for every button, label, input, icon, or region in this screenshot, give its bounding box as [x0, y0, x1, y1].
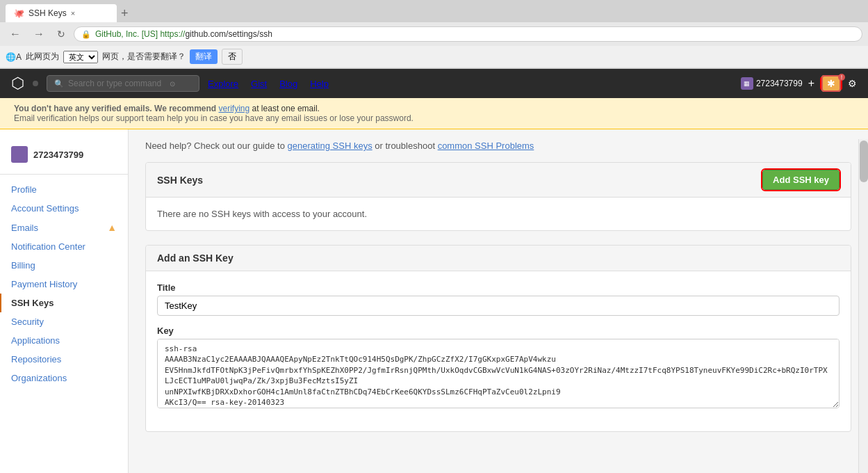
add-icon[interactable]: + [808, 77, 814, 90]
alert-line2: Email verification helps our support tea… [14, 113, 854, 123]
tab-title: SSH Keys [28, 8, 67, 18]
sidebar-item-billing[interactable]: Billing [0, 256, 128, 275]
github-header: ⬡ 🔍 ⊙ Explore Gist Blog Help ▦ 272347379… [0, 69, 868, 98]
title-label: Title [157, 282, 840, 293]
sidebar-user[interactable]: 2723473799 [0, 141, 128, 175]
back-btn[interactable]: ← [6, 26, 25, 42]
add-ssh-key-form: Add an SSH Key Title Key ssh-rsa AAAAB3N… [145, 245, 851, 432]
form-header: Add an SSH Key [146, 246, 851, 271]
github-logo-icon[interactable]: ⬡ [11, 74, 24, 93]
header-right: ▦ 2723473799 + ✱ ! ⚙ [741, 77, 857, 90]
header-dot [33, 81, 38, 86]
sidebar-label-account-settings: Account Settings [11, 203, 79, 214]
sidebar-item-security[interactable]: Security [0, 312, 128, 331]
scroll-thumb[interactable] [860, 141, 868, 182]
ssh-keys-section: SSH Keys Add SSH key There are no SSH ke… [145, 162, 851, 231]
settings-icon[interactable]: ⚙ [848, 78, 857, 89]
sidebar: 2723473799 Profile Account Settings Emai… [0, 129, 129, 473]
no-keys-message: There are no SSH keys with access to you… [157, 209, 367, 219]
sidebar-label-repositories: Repositories [11, 354, 61, 364]
sidebar-item-notification-center[interactable]: Notification Center [0, 237, 128, 256]
generating-keys-link[interactable]: generating SSH keys [288, 141, 372, 151]
forward-btn[interactable]: → [29, 26, 49, 42]
sidebar-label-profile: Profile [11, 184, 37, 195]
translate-btn[interactable]: 翻译 [190, 49, 218, 64]
search-icon: 🔍 [54, 79, 64, 88]
sidebar-label-billing: Billing [11, 260, 35, 271]
sidebar-label-emails: Emails [11, 223, 38, 233]
search-input[interactable] [68, 79, 165, 88]
form-body: Title Key ssh-rsa AAAAB3NzaC1yc2EAAAABJQ… [146, 271, 851, 431]
alert-verify-link[interactable]: verifying [219, 104, 250, 113]
sidebar-item-payment-history[interactable]: Payment History [0, 275, 128, 294]
translate-no-btn[interactable]: 否 [222, 49, 243, 65]
scrollbar[interactable] [858, 139, 868, 473]
emails-warn-icon: ▲ [107, 222, 117, 233]
ssh-keys-body: There are no SSH keys with access to you… [146, 198, 851, 230]
lock-icon: 🔒 [81, 30, 91, 39]
tab-close-btn[interactable]: × [71, 9, 75, 17]
nav-explore[interactable]: Explore [208, 79, 238, 89]
search-bar[interactable]: 🔍 ⊙ [47, 75, 199, 92]
nav-bar: ← → ↻ 🔒 GitHub, Inc. [US] https://github… [0, 22, 868, 46]
nav-help[interactable]: Help [310, 79, 329, 89]
browser-tab[interactable]: 🐙 SSH Keys × [6, 4, 117, 22]
key-group: Key ssh-rsa AAAAB3NzaC1yc2EAAAABJQAAAQEA… [157, 326, 840, 410]
address-https: https:// [160, 29, 185, 39]
new-tab-btn[interactable]: + [117, 6, 133, 21]
browser-chrome: 🐙 SSH Keys × + ← → ↻ 🔒 GitHub, Inc. [US]… [0, 0, 868, 69]
refresh-btn[interactable]: ↻ [53, 27, 69, 41]
tab-bar: 🐙 SSH Keys × + [0, 0, 868, 22]
translate-prefix: 此网页为 [26, 51, 59, 63]
sidebar-label-applications: Applications [11, 335, 60, 346]
sidebar-label-ssh-keys: SSH Keys [11, 298, 54, 308]
sidebar-label-security: Security [11, 316, 44, 327]
address-secure-label: GitHub, Inc. [US] [95, 29, 158, 39]
notification-badge: ! [838, 74, 845, 81]
alert-strong: You don't have any verified emails. We r… [14, 104, 219, 113]
main-layout: 2723473799 Profile Account Settings Emai… [0, 129, 868, 473]
common-problems-link[interactable]: common SSH Problems [438, 141, 534, 151]
title-input[interactable] [157, 296, 840, 316]
address-text: GitHub, Inc. [US] https://github.com/set… [95, 29, 855, 39]
username-display: 2723473799 [756, 79, 803, 88]
tab-favicon: 🐙 [14, 8, 24, 18]
sidebar-item-applications[interactable]: Applications [0, 331, 128, 350]
translate-lang-select[interactable]: 英文 [63, 51, 98, 63]
ssh-keys-title: SSH Keys [157, 175, 203, 186]
sidebar-item-profile[interactable]: Profile [0, 180, 128, 199]
form-title: Add an SSH Key [157, 252, 234, 264]
user-info[interactable]: ▦ 2723473799 [741, 77, 803, 90]
nav-blog[interactable]: Blog [279, 79, 297, 89]
content-area: Need help? Check out our guide to genera… [129, 129, 868, 473]
key-textarea[interactable]: ssh-rsa AAAAB3NzaC1yc2EAAAABJQAAAQEApyNp… [157, 339, 840, 408]
address-domain: github.com/settings/ssh [185, 29, 272, 39]
title-group: Title [157, 282, 840, 316]
sidebar-username: 2723473799 [33, 150, 83, 160]
sidebar-label-payment-history: Payment History [11, 279, 77, 289]
sidebar-label-organizations: Organizations [11, 373, 67, 383]
alert-bar: You don't have any verified emails. We r… [0, 98, 868, 129]
sidebar-item-emails[interactable]: Emails ▲ [0, 218, 128, 237]
translate-middle: 网页，是否需要翻译？ [102, 51, 186, 63]
key-label: Key [157, 326, 840, 336]
sidebar-label-notification-center: Notification Center [11, 241, 85, 252]
sidebar-item-ssh-keys[interactable]: SSH Keys [0, 294, 128, 312]
notification-bell-wrapper: ✱ ! [820, 77, 842, 90]
help-text: Need help? Check out our guide to genera… [145, 141, 851, 151]
avatar-small: ▦ [741, 77, 753, 90]
sidebar-item-account-settings[interactable]: Account Settings [0, 199, 128, 218]
sidebar-item-organizations[interactable]: Organizations [0, 369, 128, 387]
address-bar[interactable]: 🔒 GitHub, Inc. [US] https://github.com/s… [74, 26, 862, 42]
nav-gist[interactable]: Gist [251, 79, 267, 89]
add-ssh-key-button[interactable]: Add SSH key [762, 170, 840, 190]
sidebar-avatar [11, 146, 28, 163]
search-keyboard-hint: ⊙ [170, 80, 175, 88]
translate-icon: 🌐A [6, 52, 22, 62]
ssh-keys-header: SSH Keys Add SSH key [146, 163, 851, 198]
sidebar-item-repositories[interactable]: Repositories [0, 350, 128, 369]
translate-bar: 🌐A 此网页为 英文 网页，是否需要翻译？ 翻译 否 [0, 46, 868, 68]
alert-line1: You don't have any verified emails. We r… [14, 104, 854, 113]
alert-after: at least one email. [252, 104, 320, 113]
nav-links: Explore Gist Blog Help [208, 79, 329, 89]
